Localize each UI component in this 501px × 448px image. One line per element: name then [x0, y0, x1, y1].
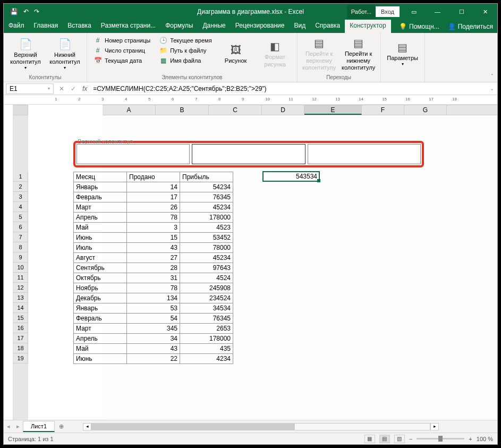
- sheet-tab[interactable]: Лист1: [23, 421, 55, 432]
- header-section-center[interactable]: [192, 144, 305, 164]
- scroll-left-icon[interactable]: ◂: [83, 423, 91, 430]
- column-header-f[interactable]: F: [362, 105, 404, 115]
- table-cell[interactable]: Февраль: [74, 314, 127, 324]
- table-cell[interactable]: 3: [127, 223, 180, 233]
- row-header[interactable]: 13: [13, 293, 28, 303]
- table-cell[interactable]: Май: [74, 223, 127, 233]
- row-header[interactable]: 18: [13, 343, 28, 353]
- selected-cell-e1[interactable]: 543534: [262, 171, 320, 182]
- row-header[interactable]: 8: [13, 242, 28, 252]
- tab-вид[interactable]: Вид: [289, 20, 310, 33]
- tab-рецензирование[interactable]: Рецензирование: [231, 20, 290, 33]
- table-cell[interactable]: Июнь: [74, 354, 127, 364]
- table-cell[interactable]: 28: [127, 263, 180, 273]
- row-header[interactable]: 17: [13, 333, 28, 343]
- table-cell[interactable]: 34: [127, 334, 180, 344]
- header-section-right[interactable]: [308, 144, 421, 164]
- add-sheet-button[interactable]: ⊕: [55, 423, 68, 430]
- table-cell[interactable]: 4234: [180, 354, 233, 364]
- row-header[interactable]: 10: [13, 263, 28, 273]
- tab-файл[interactable]: Файл: [4, 20, 29, 33]
- tab-вставка[interactable]: Вставка: [63, 20, 96, 33]
- table-cell[interactable]: Май: [74, 344, 127, 354]
- table-cell[interactable]: 345: [127, 324, 180, 334]
- name-box[interactable]: ▾: [6, 83, 54, 94]
- column-header-g[interactable]: G: [404, 105, 447, 115]
- table-cell[interactable]: Март: [74, 324, 127, 334]
- tell-me-button[interactable]: 💡Помощн...: [395, 20, 444, 33]
- table-cell[interactable]: 26: [127, 202, 180, 213]
- table-cell[interactable]: 54234: [180, 182, 233, 192]
- row-header[interactable]: 3: [13, 192, 28, 202]
- row-header[interactable]: 15: [13, 313, 28, 323]
- file-path-button[interactable]: 📁Путь к файлу: [157, 46, 214, 55]
- table-cell[interactable]: Январь: [74, 303, 127, 314]
- table-cell[interactable]: Сентябрь: [74, 263, 127, 273]
- row-header[interactable]: 14: [13, 303, 28, 313]
- zoom-slider[interactable]: [417, 438, 464, 439]
- table-cell[interactable]: Январь: [74, 182, 127, 192]
- page-count-button[interactable]: #Число страниц: [91, 46, 152, 55]
- row-header[interactable]: 9: [13, 252, 28, 263]
- row-header[interactable]: 1: [13, 172, 28, 182]
- table-cell[interactable]: 14: [127, 182, 180, 192]
- table-cell[interactable]: Апрель: [74, 213, 127, 223]
- table-cell[interactable]: 78000: [180, 243, 233, 253]
- picture-button[interactable]: 🖼Рисунок: [217, 35, 254, 73]
- table-cell[interactable]: 54: [127, 314, 180, 324]
- formula-input[interactable]: [90, 84, 487, 94]
- tab-формулы[interactable]: Формулы: [160, 20, 198, 33]
- row-header[interactable]: 5: [13, 212, 28, 222]
- column-header-b[interactable]: B: [156, 105, 209, 115]
- page-number-button[interactable]: #Номер страницы: [91, 36, 152, 45]
- footer-button[interactable]: 📄Нижний колонтитул▾: [46, 35, 83, 73]
- redo-icon[interactable]: ↷: [34, 8, 39, 15]
- table-cell[interactable]: 45234: [180, 253, 233, 263]
- table-cell[interactable]: 17: [127, 192, 180, 202]
- tab-справка[interactable]: Справка: [310, 20, 345, 33]
- table-cell[interactable]: 2653: [180, 324, 233, 334]
- scroll-thumb[interactable]: [92, 424, 295, 430]
- tab-главная[interactable]: Главная: [29, 20, 63, 33]
- row-header[interactable]: 2: [13, 182, 28, 192]
- table-cell[interactable]: Июнь: [74, 233, 127, 243]
- zoom-out-button[interactable]: −: [409, 436, 412, 442]
- table-cell[interactable]: 178000: [180, 213, 233, 223]
- table-header-cell[interactable]: Месяц: [74, 172, 127, 182]
- table-cell[interactable]: 76345: [180, 314, 233, 324]
- table-cell[interactable]: Август: [74, 253, 127, 263]
- file-name-button[interactable]: ▦Имя файла: [157, 56, 214, 65]
- header-button[interactable]: 📄Верхний колонтитул▾: [7, 35, 44, 73]
- data-table[interactable]: МесяцПроданоПрибыльЯнварь1454234Февраль1…: [73, 172, 233, 364]
- collapse-ribbon-icon[interactable]: ˆ: [487, 72, 497, 82]
- table-cell[interactable]: 4523: [180, 223, 233, 233]
- table-cell[interactable]: 27: [127, 253, 180, 263]
- select-all-corner[interactable]: [13, 105, 28, 115]
- page-break-view-button[interactable]: ▧: [394, 435, 405, 443]
- table-cell[interactable]: 45234: [180, 202, 233, 213]
- table-cell[interactable]: 53452: [180, 233, 233, 243]
- table-cell[interactable]: 234524: [180, 293, 233, 303]
- table-cell[interactable]: Февраль: [74, 192, 127, 202]
- column-header-a[interactable]: A: [103, 105, 156, 115]
- zoom-level[interactable]: 100 %: [477, 436, 493, 442]
- signin-button[interactable]: Вход: [376, 6, 400, 17]
- scroll-right-icon[interactable]: ▸: [430, 423, 439, 430]
- table-cell[interactable]: Март: [74, 202, 127, 213]
- table-cell[interactable]: Ноябрь: [74, 283, 127, 293]
- header-section-left[interactable]: [77, 144, 190, 164]
- table-cell[interactable]: 43: [127, 243, 180, 253]
- current-date-button[interactable]: 📅Текущая дата: [91, 56, 152, 65]
- table-cell[interactable]: 43: [127, 344, 180, 354]
- row-header[interactable]: 4: [13, 202, 28, 212]
- normal-view-button[interactable]: ▦: [364, 435, 375, 443]
- current-time-button[interactable]: 🕒Текущее время: [157, 36, 214, 45]
- name-box-input[interactable]: [10, 85, 41, 92]
- table-cell[interactable]: 34534: [180, 303, 233, 314]
- cancel-formula-icon[interactable]: ✕: [56, 85, 67, 92]
- accept-formula-icon[interactable]: ✓: [67, 85, 79, 92]
- row-header[interactable]: 7: [13, 232, 28, 242]
- table-cell[interactable]: 178000: [180, 334, 233, 344]
- page-layout-view-button[interactable]: ▤: [379, 435, 390, 443]
- table-cell[interactable]: 4524: [180, 273, 233, 283]
